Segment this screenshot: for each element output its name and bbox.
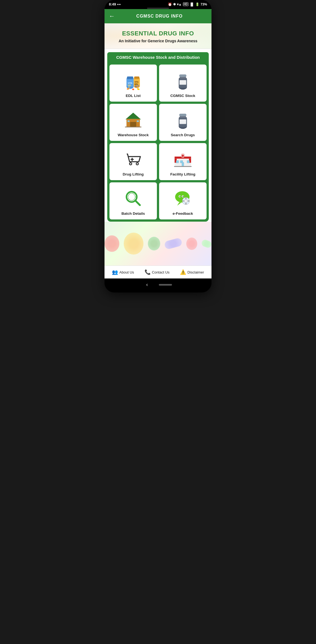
- warehouse-stock-label: Warehouse Stock: [118, 133, 149, 137]
- battery-icon: 🔋: [195, 2, 199, 6]
- search-drugs-label: Search Drugs: [171, 133, 195, 137]
- people-icon: 👥: [112, 269, 118, 275]
- e-feedback-icon: [172, 187, 194, 209]
- drug-lifting-label: Drug Lifting: [123, 172, 143, 176]
- svg-point-52: [128, 193, 135, 200]
- edl-list-label: EDL List: [126, 94, 141, 98]
- svg-rect-30: [179, 119, 186, 124]
- svg-rect-24: [128, 120, 130, 122]
- svg-rect-46: [182, 162, 184, 166]
- svg-rect-2: [127, 76, 133, 79]
- wifi-icon: ▾▲: [177, 2, 182, 6]
- grid-item-batch-details[interactable]: Batch Details: [109, 182, 157, 219]
- hd-icon: HD: [183, 2, 188, 6]
- svg-rect-45: [187, 160, 190, 163]
- svg-point-58: [185, 200, 187, 202]
- grid-container: VITA MIN C VITA MIN B 12: [107, 62, 209, 222]
- svg-rect-59: [185, 197, 187, 199]
- back-button[interactable]: ←: [109, 13, 115, 20]
- svg-text:VITA: VITA: [134, 81, 139, 83]
- svg-text:VITA: VITA: [128, 82, 132, 84]
- grid-item-cgmsc-stock[interactable]: CGMSC Stock: [159, 65, 207, 102]
- status-right: ⏰ ✱ ▾▲ HD ▐▌ 🔋 73%: [168, 2, 207, 6]
- svg-line-53: [135, 200, 140, 205]
- svg-rect-49: [182, 155, 184, 156]
- cgmsc-stock-label: CGMSC Stock: [170, 94, 195, 98]
- svg-rect-23: [130, 122, 136, 127]
- svg-marker-55: [177, 202, 181, 205]
- status-bar: 8:49 ●● ⏰ ✱ ▾▲ HD ▐▌ 🔋 73%: [105, 0, 211, 7]
- svg-rect-25: [137, 120, 139, 122]
- svg-point-66: [183, 196, 184, 197]
- cgmsc-stock-icon: [172, 69, 194, 91]
- svg-rect-61: [183, 200, 184, 202]
- bluetooth-icon: ✱: [173, 2, 176, 6]
- grid-item-edl-list[interactable]: VITA MIN C VITA MIN B 12: [109, 65, 157, 102]
- grid-item-search-drugs[interactable]: Search Drugs: [159, 104, 207, 141]
- contact-us-label: Contact Us: [152, 270, 170, 274]
- warning-icon: ⚠️: [180, 269, 186, 275]
- hero-subtitle: An Initiative for Generice Drugs Awarene…: [109, 39, 207, 43]
- warehouse-stock-icon: [122, 109, 144, 131]
- about-us-label: About Us: [119, 270, 134, 274]
- svg-text:B: B: [135, 85, 137, 87]
- facility-lifting-label: Facility Lifting: [170, 172, 196, 176]
- edl-list-icon: VITA MIN C VITA MIN B 12: [122, 69, 144, 91]
- bottom-footer: 👥 About Us 📞 Contact Us ⚠️ Disclaimer: [105, 266, 211, 278]
- system-nav-bar: ‹: [105, 278, 211, 292]
- disclaimer-button[interactable]: ⚠️ Disclaimer: [180, 269, 204, 275]
- svg-text:12: 12: [137, 85, 139, 87]
- bottom-decorative-image: [105, 222, 211, 266]
- notch-bar: [147, 8, 169, 9]
- drug-lifting-icon: [122, 148, 144, 170]
- svg-point-15: [132, 88, 134, 90]
- grid-item-e-feedback[interactable]: e-Feedback: [159, 182, 207, 219]
- alarm-icon: ⏰: [168, 2, 172, 6]
- grid-item-drug-lifting[interactable]: Drug Lifting: [109, 143, 157, 180]
- svg-rect-60: [185, 203, 187, 204]
- app-container: ← CGMSC DRUG INFO ESSENTIAL DRUG INFO An…: [105, 9, 211, 278]
- svg-point-37: [130, 163, 131, 165]
- about-us-button[interactable]: 👥 About Us: [112, 269, 134, 275]
- svg-point-14: [137, 88, 140, 90]
- search-drugs-icon: [172, 109, 194, 131]
- svg-rect-20: [179, 74, 186, 77]
- time-display: 8:49: [109, 2, 116, 6]
- svg-rect-26: [125, 126, 142, 127]
- svg-rect-19: [179, 80, 186, 85]
- svg-rect-34: [131, 159, 134, 160]
- batch-details-icon: [122, 187, 144, 209]
- svg-rect-62: [188, 200, 189, 202]
- hero-banner: ESSENTIAL DRUG INFO An Initiative for Ge…: [105, 23, 211, 49]
- back-nav-button[interactable]: ‹: [144, 281, 150, 289]
- phone-frame: 8:49 ●● ⏰ ✱ ▾▲ HD ▐▌ 🔋 73% ← CGMSC DRUG …: [105, 0, 211, 292]
- svg-rect-31: [179, 114, 186, 116]
- facility-lifting-icon: [172, 148, 194, 170]
- phone-icon: 📞: [145, 269, 151, 275]
- hero-title: ESSENTIAL DRUG INFO: [109, 30, 207, 37]
- menu-grid: VITA MIN C VITA MIN B 12: [109, 65, 207, 219]
- dots-icon: ●●: [117, 3, 121, 6]
- contact-us-button[interactable]: 📞 Contact Us: [145, 269, 170, 275]
- section-header: CGMSC Warehouse Stock and Distribution: [107, 52, 209, 62]
- home-gesture-bar[interactable]: [159, 284, 172, 286]
- disclaimer-label: Disclaimer: [187, 270, 204, 274]
- e-feedback-label: e-Feedback: [173, 211, 193, 216]
- grid-item-facility-lifting[interactable]: Facility Lifting: [159, 143, 207, 180]
- top-nav: ← CGMSC DRUG INFO: [105, 9, 211, 23]
- svg-marker-21: [125, 113, 141, 119]
- svg-rect-43: [176, 160, 179, 163]
- svg-point-38: [137, 163, 138, 165]
- batch-details-label: Batch Details: [122, 211, 145, 216]
- svg-point-65: [179, 196, 180, 197]
- battery-percent: 73%: [201, 2, 207, 6]
- status-left: 8:49 ●●: [109, 2, 121, 6]
- grid-item-warehouse-stock[interactable]: Warehouse Stock: [109, 104, 157, 141]
- signal-icon: ▐▌: [190, 2, 194, 6]
- nav-title: CGMSC DRUG INFO: [119, 14, 201, 19]
- svg-rect-50: [174, 166, 192, 167]
- svg-rect-8: [134, 76, 139, 79]
